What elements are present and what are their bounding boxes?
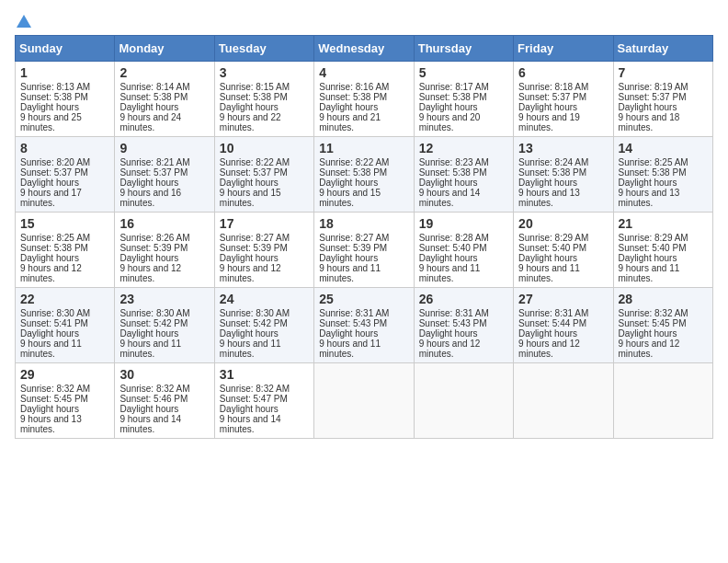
daylight-text: Daylight hours <box>619 253 677 263</box>
sunset-text: Sunset: 5:42 PM <box>119 318 188 328</box>
day-number: 28 <box>619 292 708 306</box>
calendar-cell: 31Sunrise: 8:32 AMSunset: 5:47 PMDayligh… <box>214 363 313 439</box>
day-of-week-header: Thursday <box>414 36 513 62</box>
calendar-body: 1Sunrise: 8:13 AMSunset: 5:38 PMDaylight… <box>16 62 713 439</box>
calendar-cell: 24Sunrise: 8:30 AMSunset: 5:42 PMDayligh… <box>214 288 313 363</box>
calendar-cell: 15Sunrise: 8:25 AMSunset: 5:38 PMDayligh… <box>16 213 115 288</box>
sunrise-text: Sunrise: 8:14 AM <box>119 82 189 92</box>
daylight-duration: 9 hours and 14 minutes. <box>419 188 481 208</box>
sunrise-text: Sunrise: 8:24 AM <box>518 157 588 167</box>
calendar-cell: 25Sunrise: 8:31 AMSunset: 5:43 PMDayligh… <box>314 288 414 363</box>
day-number: 31 <box>220 367 309 382</box>
daylight-text: Daylight hours <box>20 102 79 112</box>
calendar-cell: 1Sunrise: 8:13 AMSunset: 5:38 PMDaylight… <box>16 62 115 137</box>
calendar-cell: 16Sunrise: 8:26 AMSunset: 5:39 PMDayligh… <box>115 213 214 288</box>
day-number: 18 <box>319 216 408 231</box>
calendar-cell: 6Sunrise: 8:18 AMSunset: 5:37 PMDaylight… <box>514 62 613 137</box>
calendar-week-row: 29Sunrise: 8:32 AMSunset: 5:45 PMDayligh… <box>16 363 713 439</box>
sunrise-text: Sunrise: 8:30 AM <box>20 308 90 318</box>
sunset-text: Sunset: 5:38 PM <box>319 92 387 102</box>
sunset-text: Sunset: 5:38 PM <box>518 167 586 178</box>
calendar-cell: 26Sunrise: 8:31 AMSunset: 5:43 PMDayligh… <box>414 288 513 363</box>
daylight-text: Daylight hours <box>220 102 279 112</box>
daylight-text: Daylight hours <box>319 102 378 112</box>
daylight-duration: 9 hours and 14 minutes. <box>119 414 181 434</box>
daylight-text: Daylight hours <box>518 328 577 339</box>
sunset-text: Sunset: 5:38 PM <box>220 92 288 102</box>
calendar-week-row: 22Sunrise: 8:30 AMSunset: 5:41 PMDayligh… <box>16 288 713 363</box>
calendar-cell <box>514 363 613 439</box>
daylight-text: Daylight hours <box>319 328 378 339</box>
sunrise-text: Sunrise: 8:32 AM <box>619 308 688 318</box>
day-number: 2 <box>119 65 209 80</box>
daylight-text: Daylight hours <box>20 328 79 339</box>
sunrise-text: Sunrise: 8:15 AM <box>220 82 290 92</box>
daylight-duration: 9 hours and 19 minutes. <box>518 112 580 132</box>
day-number: 17 <box>220 216 309 231</box>
sunrise-text: Sunrise: 8:32 AM <box>220 384 290 394</box>
calendar-cell: 18Sunrise: 8:27 AMSunset: 5:39 PMDayligh… <box>314 213 414 288</box>
calendar-cell: 2Sunrise: 8:14 AMSunset: 5:38 PMDaylight… <box>115 62 214 137</box>
sunset-text: Sunset: 5:45 PM <box>20 394 88 404</box>
sunset-text: Sunset: 5:38 PM <box>119 92 188 102</box>
calendar-cell: 27Sunrise: 8:31 AMSunset: 5:44 PMDayligh… <box>514 288 613 363</box>
daylight-text: Daylight hours <box>119 328 178 339</box>
daylight-text: Daylight hours <box>518 178 577 188</box>
sunrise-text: Sunrise: 8:16 AM <box>319 82 389 92</box>
day-number: 23 <box>119 292 209 306</box>
day-number: 1 <box>20 65 109 80</box>
calendar-cell: 10Sunrise: 8:22 AMSunset: 5:37 PMDayligh… <box>214 137 313 213</box>
day-number: 6 <box>518 65 608 80</box>
daylight-text: Daylight hours <box>419 328 478 339</box>
sunrise-text: Sunrise: 8:30 AM <box>220 308 290 318</box>
daylight-duration: 9 hours and 22 minutes. <box>220 112 281 132</box>
day-number: 29 <box>20 367 109 382</box>
sunrise-text: Sunrise: 8:29 AM <box>518 233 588 243</box>
daylight-duration: 9 hours and 12 minutes. <box>220 263 281 283</box>
calendar-cell: 8Sunrise: 8:20 AMSunset: 5:37 PMDaylight… <box>16 137 115 213</box>
day-number: 9 <box>119 141 209 155</box>
daylight-duration: 9 hours and 16 minutes. <box>119 188 181 208</box>
day-number: 19 <box>419 216 508 231</box>
daylight-duration: 9 hours and 17 minutes. <box>20 188 82 208</box>
daylight-duration: 9 hours and 11 minutes. <box>518 263 580 283</box>
daylight-text: Daylight hours <box>20 178 79 188</box>
calendar-cell: 7Sunrise: 8:19 AMSunset: 5:37 PMDaylight… <box>613 62 712 137</box>
daylight-duration: 9 hours and 11 minutes. <box>619 263 680 283</box>
day-of-week-header: Friday <box>514 36 613 62</box>
sunset-text: Sunset: 5:45 PM <box>619 318 687 328</box>
day-number: 10 <box>220 141 309 155</box>
day-of-week-header: Tuesday <box>214 36 313 62</box>
sunset-text: Sunset: 5:38 PM <box>20 243 88 253</box>
daylight-duration: 9 hours and 11 minutes. <box>20 339 82 359</box>
calendar-cell: 30Sunrise: 8:32 AMSunset: 5:46 PMDayligh… <box>115 363 214 439</box>
calendar-cell <box>314 363 414 439</box>
page-header <box>15 15 713 26</box>
calendar-cell: 3Sunrise: 8:15 AMSunset: 5:38 PMDaylight… <box>214 62 313 137</box>
sunset-text: Sunset: 5:40 PM <box>518 243 586 253</box>
calendar-cell: 4Sunrise: 8:16 AMSunset: 5:38 PMDaylight… <box>314 62 414 137</box>
calendar-table: SundayMondayTuesdayWednesdayThursdayFrid… <box>15 35 713 439</box>
sunrise-text: Sunrise: 8:32 AM <box>119 384 189 394</box>
day-number: 8 <box>20 141 109 155</box>
daylight-text: Daylight hours <box>20 404 79 414</box>
day-number: 13 <box>518 141 608 155</box>
logo <box>15 15 31 26</box>
sunrise-text: Sunrise: 8:22 AM <box>220 157 290 167</box>
daylight-text: Daylight hours <box>20 253 79 263</box>
day-number: 12 <box>419 141 508 155</box>
daylight-text: Daylight hours <box>119 404 178 414</box>
daylight-duration: 9 hours and 12 minutes. <box>419 339 481 359</box>
calendar-cell: 9Sunrise: 8:21 AMSunset: 5:37 PMDaylight… <box>115 137 214 213</box>
sunset-text: Sunset: 5:43 PM <box>319 318 387 328</box>
daylight-duration: 9 hours and 11 minutes. <box>419 263 481 283</box>
sunset-text: Sunset: 5:38 PM <box>619 167 687 178</box>
sunset-text: Sunset: 5:39 PM <box>119 243 188 253</box>
sunset-text: Sunset: 5:46 PM <box>119 394 188 404</box>
daylight-duration: 9 hours and 12 minutes. <box>518 339 580 359</box>
daylight-text: Daylight hours <box>419 253 478 263</box>
sunrise-text: Sunrise: 8:25 AM <box>20 233 90 243</box>
daylight-duration: 9 hours and 11 minutes. <box>119 339 181 359</box>
sunrise-text: Sunrise: 8:27 AM <box>220 233 290 243</box>
day-number: 30 <box>119 367 209 382</box>
